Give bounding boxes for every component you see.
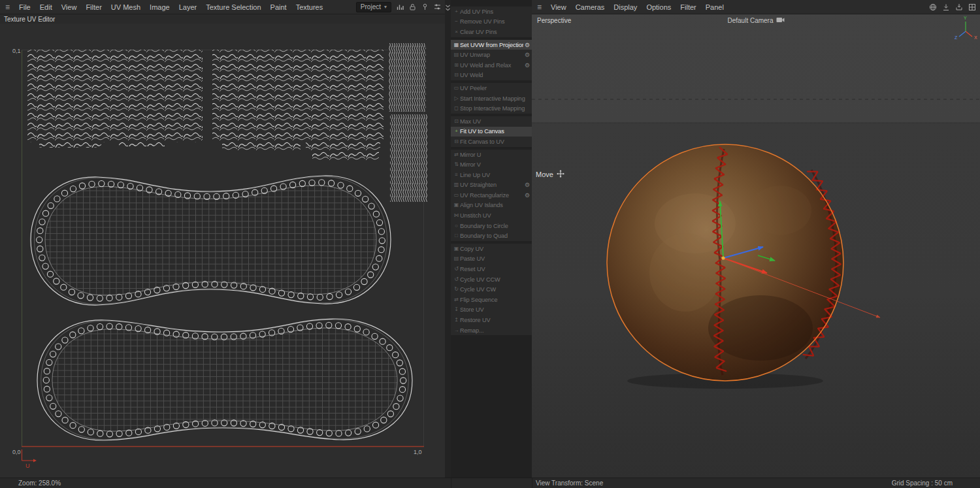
cmd-label: Set UVW from Projection — [460, 42, 523, 48]
sliders-icon[interactable] — [434, 3, 441, 10]
cmd-remap[interactable]: →Remap... — [451, 325, 532, 336]
menu-item-image[interactable]: Image — [145, 3, 174, 11]
menu-item-paint[interactable]: Paint — [266, 3, 291, 11]
camera-selector[interactable]: Default Camera — [532, 17, 980, 24]
cmd-label: UV Rectangularize — [460, 192, 523, 199]
menu-item-textures[interactable]: Textures — [291, 3, 328, 11]
uv-weld-icon: ⊟ — [453, 73, 460, 78]
max-uv-icon: ⊡ — [453, 119, 460, 124]
cmd-label: Remap... — [460, 327, 530, 334]
flip-sequence-icon: ⇄ — [453, 297, 460, 302]
cmd-add-uv-pins[interactable]: +Add UV Pins — [451, 7, 532, 17]
uv-canvas[interactable]: 0,1 0,0 1,0 U — [0, 24, 445, 478]
cmd-label: Paste UV — [460, 255, 530, 262]
menu-item-layer[interactable]: Layer — [174, 3, 202, 11]
cmd-max-uv[interactable]: ⊡Max UV — [451, 116, 532, 127]
cmd-label: Store UV — [460, 306, 530, 313]
cmd-stop-interactive-mapping[interactable]: ◻Stop Interactive Mapping — [451, 103, 532, 114]
cmd-uv-weld-and-relax[interactable]: ⊞UV Weld and Relax⚙ — [451, 60, 532, 71]
cmd-label: Start Interactive Mapping — [460, 95, 530, 102]
viewport-toolbar — [929, 3, 976, 11]
cmd-uv-peeler[interactable]: ▭UV Peeler — [451, 83, 532, 93]
cmd-label: Cycle UV CCW — [460, 276, 530, 283]
command-group: ▭UV Peeler▷Start Interactive Mapping◻Sto… — [451, 83, 532, 114]
cmd-unstitch-uv[interactable]: ⋈Unstitch UV — [451, 210, 532, 221]
pin-icon[interactable] — [421, 3, 429, 10]
cmd-label: Unstitch UV — [460, 212, 530, 219]
cmd-boundary-to-quad[interactable]: □Boundary to Quad — [451, 231, 532, 241]
cmd-start-interactive-mapping[interactable]: ▷Start Interactive Mapping — [451, 93, 532, 104]
cmd-flip-sequence[interactable]: ⇄Flip Sequence — [451, 295, 532, 305]
cmd-label: UV Peeler — [460, 85, 530, 91]
uv-rectangularize-icon: ▭ — [453, 193, 460, 198]
cmd-set-uvw-from-projection[interactable]: ▦Set UVW from Projection⚙ — [451, 40, 532, 50]
gear-icon[interactable]: ⚙ — [525, 52, 530, 58]
viewport-canvas[interactable]: Perspective Default Camera Move — [532, 14, 980, 478]
line-up-uv-icon: ≡ — [453, 172, 460, 178]
chart-icon[interactable] — [397, 3, 404, 10]
vp-menu-item-filter[interactable]: Filter — [676, 3, 700, 11]
cmd-clear-uv-pins[interactable]: ×Clear UV Pins — [451, 27, 532, 37]
cmd-label: Reset UV — [460, 266, 530, 272]
cmd-remove-uv-pins[interactable]: −Remove UV Pins — [451, 17, 532, 27]
cmd-cycle-uv-cw[interactable]: ↻Cycle UV CW — [451, 284, 532, 295]
project-dropdown-label: Project — [361, 3, 381, 10]
quad-view-icon[interactable] — [968, 3, 976, 11]
status-bar: Zoom: 258.0% View Transform: Scene Grid … — [0, 478, 980, 488]
baseball-3d-graphic: Y Z X — [532, 14, 980, 478]
vp-menu-item-view[interactable]: View — [546, 3, 571, 11]
uv-island-cover-bottom[interactable] — [37, 319, 412, 440]
hamburger-icon[interactable]: ≡ — [4, 3, 14, 12]
vp-menu-item-options[interactable]: Options — [642, 3, 676, 11]
set-uvw-from-projection-icon: ▦ — [453, 42, 460, 48]
svg-text:X: X — [974, 35, 977, 40]
cmd-mirror-v[interactable]: ⇅Mirror V — [451, 159, 532, 170]
hamburger-icon[interactable]: ≡ — [536, 3, 546, 12]
cmd-uv-rectangularize[interactable]: ▭UV Rectangularize⚙ — [451, 190, 532, 201]
uv-island-cover-top[interactable] — [31, 176, 391, 305]
cmd-store-uv[interactable]: ↧Store UV — [451, 305, 532, 316]
zoom-level: Zoom: 258.0% — [18, 480, 61, 487]
menu-item-edit[interactable]: Edit — [35, 3, 57, 11]
cmd-fit-uv-to-canvas[interactable]: +Fit UV to Canvas — [451, 127, 532, 137]
vp-menu-item-panel[interactable]: Panel — [701, 3, 728, 11]
cmd-copy-uv[interactable]: ▣Copy UV — [451, 244, 532, 254]
cmd-restore-uv[interactable]: ↥Restore UV — [451, 315, 532, 325]
collapse-icon[interactable] — [445, 3, 451, 478]
menu-item-file[interactable]: File — [14, 3, 35, 11]
menu-item-view[interactable]: View — [57, 3, 82, 11]
menu-item-filter[interactable]: Filter — [81, 3, 106, 11]
cmd-label: UV Unwrap — [460, 52, 523, 58]
menu-item-uv-mesh[interactable]: UV Mesh — [106, 3, 145, 11]
vp-menu-item-cameras[interactable]: Cameras — [571, 3, 610, 11]
gear-icon[interactable]: ⚙ — [525, 182, 530, 188]
cmd-label: Fit UV to Canvas — [460, 128, 530, 135]
cmd-label: Flip Sequence — [460, 297, 530, 303]
menu-item-texture-selection[interactable]: Texture Selection — [201, 3, 265, 11]
vp-menu-item-display[interactable]: Display — [609, 3, 642, 11]
cmd-mirror-u[interactable]: ⇄Mirror U — [451, 150, 532, 160]
cmd-uv-straighten[interactable]: ▥UV Straighten⚙ — [451, 180, 532, 191]
gear-icon[interactable]: ⚙ — [525, 62, 530, 69]
cmd-uv-weld[interactable]: ⊟UV Weld — [451, 71, 532, 81]
cmd-line-up-uv[interactable]: ≡Line Up UV — [451, 170, 532, 180]
cmd-uv-unwrap[interactable]: ▤UV Unwrap⚙ — [451, 50, 532, 60]
cmd-align-uv-islands[interactable]: ▣Align UV Islands — [451, 201, 532, 211]
gear-icon[interactable]: ⚙ — [525, 42, 530, 48]
globe-icon[interactable] — [929, 3, 937, 11]
cmd-fit-canvas-to-uv[interactable]: ⊟Fit Canvas to UV — [451, 137, 532, 147]
download-icon[interactable] — [942, 3, 950, 11]
store-uv-icon: ↧ — [453, 307, 460, 312]
lock-icon[interactable] — [409, 3, 416, 10]
cmd-cycle-uv-ccw[interactable]: ↺Cycle UV CCW — [451, 274, 532, 285]
uv-weld-and-relax-icon: ⊞ — [453, 63, 460, 68]
cmd-boundary-to-circle[interactable]: ○Boundary to Circle — [451, 221, 532, 231]
project-dropdown[interactable]: Project ▾ — [356, 2, 391, 12]
gear-icon[interactable]: ⚙ — [525, 192, 530, 199]
paste-uv-icon: ▤ — [453, 256, 460, 261]
cmd-reset-uv[interactable]: ↺Reset UV — [451, 264, 532, 274]
svg-text:U: U — [25, 463, 30, 469]
cmd-paste-uv[interactable]: ▤Paste UV — [451, 254, 532, 265]
import-icon[interactable] — [955, 3, 963, 11]
u-axis-indicator: U — [22, 449, 37, 469]
